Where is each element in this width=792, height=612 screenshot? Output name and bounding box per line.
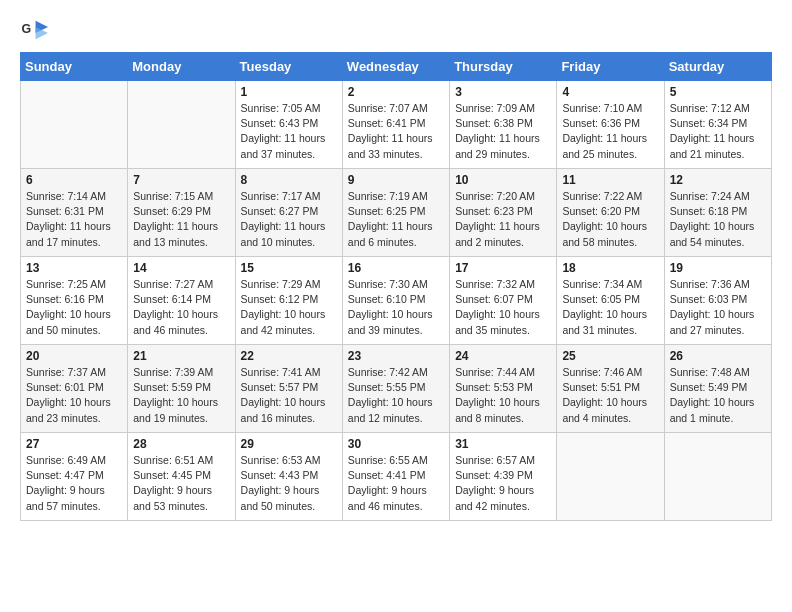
day-number: 9 <box>348 173 444 187</box>
day-number: 4 <box>562 85 658 99</box>
calendar-cell: 6Sunrise: 7:14 AM Sunset: 6:31 PM Daylig… <box>21 169 128 257</box>
day-number: 21 <box>133 349 229 363</box>
calendar-cell: 11Sunrise: 7:22 AM Sunset: 6:20 PM Dayli… <box>557 169 664 257</box>
calendar-cell: 4Sunrise: 7:10 AM Sunset: 6:36 PM Daylig… <box>557 81 664 169</box>
day-info: Sunrise: 7:15 AM Sunset: 6:29 PM Dayligh… <box>133 189 229 250</box>
day-info: Sunrise: 7:22 AM Sunset: 6:20 PM Dayligh… <box>562 189 658 250</box>
page: G SundayMondayTuesdayWednesdayThursdayFr… <box>0 0 792 531</box>
calendar-cell: 10Sunrise: 7:20 AM Sunset: 6:23 PM Dayli… <box>450 169 557 257</box>
day-number: 24 <box>455 349 551 363</box>
calendar-cell: 31Sunrise: 6:57 AM Sunset: 4:39 PM Dayli… <box>450 433 557 521</box>
day-number: 16 <box>348 261 444 275</box>
day-info: Sunrise: 6:49 AM Sunset: 4:47 PM Dayligh… <box>26 453 122 514</box>
calendar-cell <box>664 433 771 521</box>
calendar-cell: 17Sunrise: 7:32 AM Sunset: 6:07 PM Dayli… <box>450 257 557 345</box>
calendar-cell: 21Sunrise: 7:39 AM Sunset: 5:59 PM Dayli… <box>128 345 235 433</box>
svg-text:G: G <box>22 22 32 36</box>
calendar-cell: 14Sunrise: 7:27 AM Sunset: 6:14 PM Dayli… <box>128 257 235 345</box>
calendar-week-row: 27Sunrise: 6:49 AM Sunset: 4:47 PM Dayli… <box>21 433 772 521</box>
calendar-day-header: Monday <box>128 53 235 81</box>
header: G <box>20 16 772 44</box>
calendar-cell <box>128 81 235 169</box>
day-number: 26 <box>670 349 766 363</box>
calendar-cell <box>21 81 128 169</box>
calendar-cell: 18Sunrise: 7:34 AM Sunset: 6:05 PM Dayli… <box>557 257 664 345</box>
calendar-day-header: Tuesday <box>235 53 342 81</box>
day-number: 23 <box>348 349 444 363</box>
calendar-cell: 20Sunrise: 7:37 AM Sunset: 6:01 PM Dayli… <box>21 345 128 433</box>
day-info: Sunrise: 7:32 AM Sunset: 6:07 PM Dayligh… <box>455 277 551 338</box>
day-info: Sunrise: 7:42 AM Sunset: 5:55 PM Dayligh… <box>348 365 444 426</box>
calendar-cell: 23Sunrise: 7:42 AM Sunset: 5:55 PM Dayli… <box>342 345 449 433</box>
day-number: 2 <box>348 85 444 99</box>
calendar-cell: 24Sunrise: 7:44 AM Sunset: 5:53 PM Dayli… <box>450 345 557 433</box>
day-info: Sunrise: 7:12 AM Sunset: 6:34 PM Dayligh… <box>670 101 766 162</box>
day-info: Sunrise: 6:57 AM Sunset: 4:39 PM Dayligh… <box>455 453 551 514</box>
day-info: Sunrise: 7:37 AM Sunset: 6:01 PM Dayligh… <box>26 365 122 426</box>
calendar-cell: 29Sunrise: 6:53 AM Sunset: 4:43 PM Dayli… <box>235 433 342 521</box>
calendar-cell: 30Sunrise: 6:55 AM Sunset: 4:41 PM Dayli… <box>342 433 449 521</box>
day-number: 17 <box>455 261 551 275</box>
calendar-day-header: Wednesday <box>342 53 449 81</box>
day-info: Sunrise: 7:10 AM Sunset: 6:36 PM Dayligh… <box>562 101 658 162</box>
day-info: Sunrise: 6:55 AM Sunset: 4:41 PM Dayligh… <box>348 453 444 514</box>
day-number: 25 <box>562 349 658 363</box>
day-number: 27 <box>26 437 122 451</box>
day-number: 28 <box>133 437 229 451</box>
day-info: Sunrise: 7:19 AM Sunset: 6:25 PM Dayligh… <box>348 189 444 250</box>
calendar-cell: 16Sunrise: 7:30 AM Sunset: 6:10 PM Dayli… <box>342 257 449 345</box>
day-number: 18 <box>562 261 658 275</box>
calendar-cell: 2Sunrise: 7:07 AM Sunset: 6:41 PM Daylig… <box>342 81 449 169</box>
calendar-cell: 3Sunrise: 7:09 AM Sunset: 6:38 PM Daylig… <box>450 81 557 169</box>
day-number: 13 <box>26 261 122 275</box>
day-info: Sunrise: 7:36 AM Sunset: 6:03 PM Dayligh… <box>670 277 766 338</box>
calendar: SundayMondayTuesdayWednesdayThursdayFrid… <box>20 52 772 521</box>
calendar-cell: 9Sunrise: 7:19 AM Sunset: 6:25 PM Daylig… <box>342 169 449 257</box>
calendar-week-row: 20Sunrise: 7:37 AM Sunset: 6:01 PM Dayli… <box>21 345 772 433</box>
day-info: Sunrise: 7:07 AM Sunset: 6:41 PM Dayligh… <box>348 101 444 162</box>
day-number: 10 <box>455 173 551 187</box>
calendar-day-header: Saturday <box>664 53 771 81</box>
calendar-cell: 1Sunrise: 7:05 AM Sunset: 6:43 PM Daylig… <box>235 81 342 169</box>
day-info: Sunrise: 7:41 AM Sunset: 5:57 PM Dayligh… <box>241 365 337 426</box>
day-number: 6 <box>26 173 122 187</box>
calendar-week-row: 6Sunrise: 7:14 AM Sunset: 6:31 PM Daylig… <box>21 169 772 257</box>
calendar-cell: 26Sunrise: 7:48 AM Sunset: 5:49 PM Dayli… <box>664 345 771 433</box>
calendar-cell: 8Sunrise: 7:17 AM Sunset: 6:27 PM Daylig… <box>235 169 342 257</box>
calendar-cell: 7Sunrise: 7:15 AM Sunset: 6:29 PM Daylig… <box>128 169 235 257</box>
day-number: 29 <box>241 437 337 451</box>
calendar-cell <box>557 433 664 521</box>
day-info: Sunrise: 7:30 AM Sunset: 6:10 PM Dayligh… <box>348 277 444 338</box>
calendar-cell: 27Sunrise: 6:49 AM Sunset: 4:47 PM Dayli… <box>21 433 128 521</box>
day-number: 30 <box>348 437 444 451</box>
day-number: 1 <box>241 85 337 99</box>
calendar-cell: 28Sunrise: 6:51 AM Sunset: 4:45 PM Dayli… <box>128 433 235 521</box>
day-number: 22 <box>241 349 337 363</box>
day-number: 11 <box>562 173 658 187</box>
day-number: 3 <box>455 85 551 99</box>
day-info: Sunrise: 7:25 AM Sunset: 6:16 PM Dayligh… <box>26 277 122 338</box>
day-info: Sunrise: 7:48 AM Sunset: 5:49 PM Dayligh… <box>670 365 766 426</box>
calendar-week-row: 1Sunrise: 7:05 AM Sunset: 6:43 PM Daylig… <box>21 81 772 169</box>
calendar-day-header: Sunday <box>21 53 128 81</box>
calendar-cell: 15Sunrise: 7:29 AM Sunset: 6:12 PM Dayli… <box>235 257 342 345</box>
calendar-cell: 12Sunrise: 7:24 AM Sunset: 6:18 PM Dayli… <box>664 169 771 257</box>
calendar-day-header: Thursday <box>450 53 557 81</box>
day-info: Sunrise: 7:05 AM Sunset: 6:43 PM Dayligh… <box>241 101 337 162</box>
day-info: Sunrise: 7:20 AM Sunset: 6:23 PM Dayligh… <box>455 189 551 250</box>
calendar-cell: 13Sunrise: 7:25 AM Sunset: 6:16 PM Dayli… <box>21 257 128 345</box>
day-number: 5 <box>670 85 766 99</box>
day-info: Sunrise: 7:29 AM Sunset: 6:12 PM Dayligh… <box>241 277 337 338</box>
day-info: Sunrise: 7:46 AM Sunset: 5:51 PM Dayligh… <box>562 365 658 426</box>
day-info: Sunrise: 7:44 AM Sunset: 5:53 PM Dayligh… <box>455 365 551 426</box>
day-info: Sunrise: 7:27 AM Sunset: 6:14 PM Dayligh… <box>133 277 229 338</box>
day-number: 7 <box>133 173 229 187</box>
day-info: Sunrise: 6:51 AM Sunset: 4:45 PM Dayligh… <box>133 453 229 514</box>
day-number: 12 <box>670 173 766 187</box>
day-number: 8 <box>241 173 337 187</box>
day-info: Sunrise: 7:39 AM Sunset: 5:59 PM Dayligh… <box>133 365 229 426</box>
day-number: 14 <box>133 261 229 275</box>
day-info: Sunrise: 7:34 AM Sunset: 6:05 PM Dayligh… <box>562 277 658 338</box>
day-info: Sunrise: 7:09 AM Sunset: 6:38 PM Dayligh… <box>455 101 551 162</box>
day-info: Sunrise: 7:14 AM Sunset: 6:31 PM Dayligh… <box>26 189 122 250</box>
